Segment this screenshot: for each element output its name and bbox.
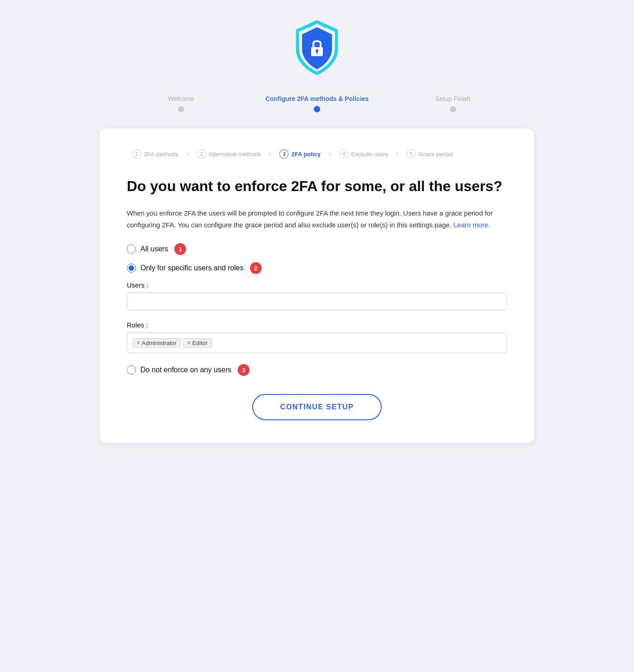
progress-step-configure: Configure 2FA methods & Policies (249, 95, 385, 112)
sub-step-num-5: 5 (407, 149, 416, 158)
tag-editor: × Editor (183, 338, 212, 348)
progress-step-finish-label: Setup Finish (435, 95, 471, 102)
tag-editor-label: Editor (192, 340, 208, 346)
sub-step-exclude-users[interactable]: 4 Exclude users (334, 147, 394, 161)
continue-setup-button[interactable]: CONTINUE SETUP (252, 394, 382, 420)
users-field-group: Users : (127, 281, 507, 310)
sub-step-divider-3: › (329, 150, 331, 158)
radio-specific-users[interactable] (127, 264, 136, 273)
option-no-enforce[interactable]: Do not enforce on any users 3 (127, 364, 507, 376)
progress-dot-finish (450, 106, 456, 112)
progress-step-welcome-label: Welcome (168, 95, 194, 102)
sub-step-grace-period[interactable]: 5 Grace period (401, 147, 458, 161)
sub-step-2fa-policy[interactable]: 3 2FA policy (274, 147, 326, 161)
sub-step-divider-2: › (269, 150, 271, 158)
continue-btn-wrap: CONTINUE SETUP (127, 394, 507, 420)
learn-more-link[interactable]: Learn more. (453, 221, 490, 229)
sub-step-num-1: 1 (132, 149, 141, 158)
sub-step-alt-methods[interactable]: 2 Alternative methods (192, 147, 266, 161)
progress-dot-configure (314, 106, 320, 112)
sub-step-label-3: 2FA policy (291, 151, 321, 158)
radio-no-enforce[interactable] (127, 365, 136, 374)
main-card: 1 2FA methods › 2 Alternative methods › … (100, 129, 534, 443)
roles-field-label: Roles : (127, 321, 507, 329)
option-specific-users-label: Only for specific users and roles (140, 264, 244, 272)
security-shield-icon (292, 18, 342, 77)
sub-step-num-3: 3 (279, 149, 288, 158)
sub-step-label-5: Grace period (418, 151, 452, 158)
badge-3: 3 (238, 364, 250, 376)
tag-administrator-label: Administrator (142, 340, 177, 346)
sub-steps-nav: 1 2FA methods › 2 Alternative methods › … (127, 147, 507, 161)
progress-bar: Welcome Configure 2FA methods & Policies… (113, 95, 521, 112)
sub-step-label-2: Alternative methods (209, 151, 261, 158)
users-input[interactable] (127, 293, 507, 310)
progress-step-welcome: Welcome (113, 95, 249, 112)
sub-step-num-4: 4 (339, 149, 348, 158)
tag-administrator: × Administrator (133, 338, 181, 348)
page-heading: Do you want to enforce 2FA for some, or … (127, 178, 507, 195)
tag-editor-remove[interactable]: × (187, 340, 191, 346)
roles-tags-input[interactable]: × Administrator × Editor (127, 332, 507, 353)
users-field-label: Users : (127, 281, 507, 289)
badge-1: 1 (174, 243, 186, 255)
sub-step-label-4: Exclude users (351, 151, 388, 158)
option-specific-users[interactable]: Only for specific users and roles 2 (127, 262, 507, 274)
radio-all-users[interactable] (127, 245, 136, 254)
tag-administrator-remove[interactable]: × (137, 340, 140, 346)
sub-step-label-1: 2FA methods (144, 151, 178, 158)
option-all-users[interactable]: All users 1 (127, 243, 507, 255)
sub-step-divider-4: › (396, 150, 399, 158)
description-text: When you enforce 2FA the users will be p… (127, 209, 493, 229)
logo-container (292, 18, 342, 77)
progress-dot-welcome (178, 106, 184, 112)
progress-step-configure-label: Configure 2FA methods & Policies (265, 95, 369, 102)
sub-step-divider-1: › (187, 150, 189, 158)
sub-step-num-2: 2 (197, 149, 206, 158)
sub-step-2fa-methods[interactable]: 1 2FA methods (127, 147, 184, 161)
badge-2: 2 (250, 262, 262, 274)
page-description: When you enforce 2FA the users will be p… (127, 207, 507, 230)
progress-step-finish: Setup Finish (385, 95, 521, 112)
option-no-enforce-label: Do not enforce on any users (140, 366, 231, 374)
roles-field-group: Roles : × Administrator × Editor (127, 321, 507, 353)
svg-rect-2 (317, 52, 318, 54)
option-all-users-label: All users (140, 245, 168, 253)
